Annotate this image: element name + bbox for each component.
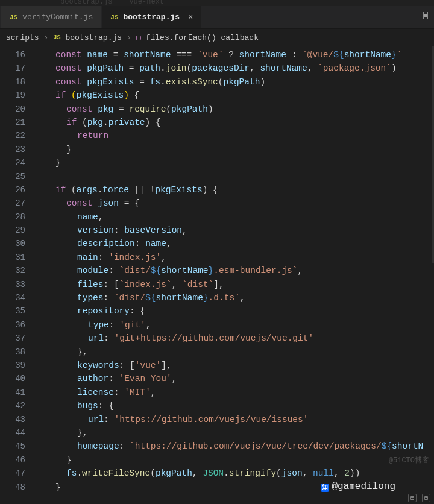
- code-editor[interactable]: 1617181920212223242526272829303132333435…: [0, 46, 434, 497]
- panel-layout-icon[interactable]: ⊟: [422, 494, 430, 502]
- breadcrumb-symbol[interactable]: files.forEach() callback: [146, 33, 259, 42]
- panel-layout-icon[interactable]: ⊞: [408, 494, 417, 502]
- chevron-right-icon: ›: [127, 33, 131, 42]
- zhihu-icon: 知: [321, 484, 329, 492]
- tab-verify-commit[interactable]: JS verifyCommit.js: [1, 6, 102, 28]
- scrollbar[interactable]: [432, 46, 434, 263]
- js-file-icon: JS: [53, 34, 60, 41]
- editor-tabs: JS verifyCommit.js JS bootstrap.js ×: [0, 6, 434, 29]
- breadcrumb-file[interactable]: bootstrap.js: [65, 33, 122, 42]
- line-number-gutter: 1617181920212223242526272829303132333435…: [0, 46, 34, 497]
- title-bar: bootstrap.js vue-next: [0, 0, 434, 6]
- tab-label: verifyCommit.js: [22, 13, 93, 22]
- close-icon[interactable]: ×: [188, 13, 193, 22]
- watermark-zhihu: 知@gamedilong: [321, 481, 395, 492]
- code-area[interactable]: const name = shortName === `vue` ? short…: [34, 46, 434, 497]
- title-tab-1: bootstrap.js: [60, 0, 112, 6]
- js-file-icon: JS: [110, 14, 118, 21]
- tab-bootstrap[interactable]: JS bootstrap.js ×: [102, 6, 202, 28]
- chevron-right-icon: ›: [44, 33, 49, 42]
- title-tab-2: vue-next: [129, 0, 164, 6]
- breadcrumb-folder[interactable]: scripts: [6, 33, 39, 42]
- js-file-icon: JS: [10, 14, 17, 21]
- breadcrumb[interactable]: scripts › JS bootstrap.js › ▢ files.forE…: [0, 29, 434, 46]
- symbol-method-icon: ▢: [136, 33, 141, 42]
- watermark-blog: @51CTO博客: [389, 455, 429, 465]
- panel-toolstrip: ⊞ ⊟: [408, 494, 430, 502]
- tab-label: bootstrap.js: [123, 13, 180, 22]
- compare-changes-icon[interactable]: [421, 11, 430, 24]
